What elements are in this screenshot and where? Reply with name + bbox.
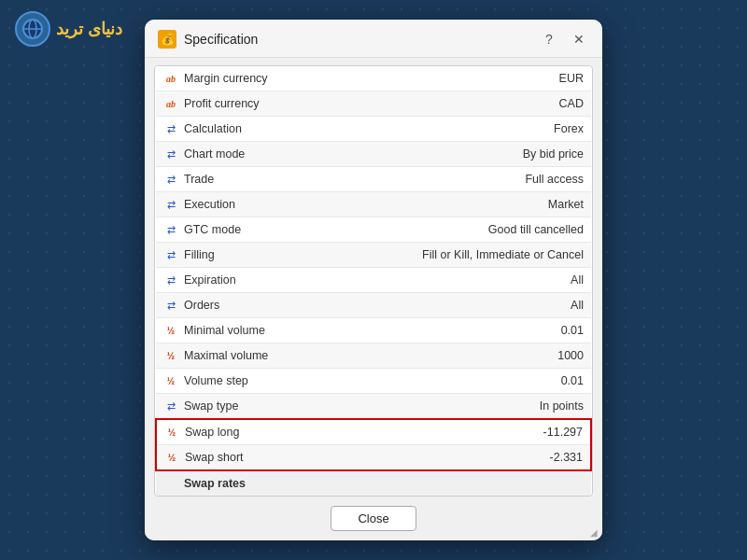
table-row: ⇄OrdersAll bbox=[156, 293, 591, 318]
logo-text: دنیای ترید bbox=[56, 19, 122, 39]
row-label-cell: ½Volume step bbox=[156, 369, 395, 394]
table-row: ½Volume step0.01 bbox=[156, 369, 591, 394]
row-value-cell: In points bbox=[395, 394, 591, 420]
row-label: Calculation bbox=[184, 122, 242, 135]
spec-table: abMargin currencyEURabProfit currencyCAD… bbox=[155, 66, 592, 496]
row-value-cell: -2.331 bbox=[395, 445, 591, 471]
ab-icon: ab bbox=[163, 71, 178, 86]
row-label-cell: ⇄Chart mode bbox=[156, 142, 395, 167]
half-icon: ½ bbox=[163, 323, 178, 338]
row-label-cell: ½Maximal volume bbox=[156, 343, 395, 369]
row-value-cell: 0.01 bbox=[395, 369, 591, 394]
half-icon: ½ bbox=[164, 450, 179, 465]
dialog-footer: Close bbox=[145, 497, 602, 540]
row-label: Swap short bbox=[185, 451, 244, 464]
table-row: ⇄Chart modeBy bid price bbox=[156, 142, 591, 167]
half-icon: ½ bbox=[163, 373, 178, 388]
swap-icon: ⇄ bbox=[163, 298, 178, 313]
row-label: Swap rates bbox=[184, 477, 246, 490]
row-value-cell: All bbox=[395, 293, 591, 318]
table-row: ⇄Swap typeIn points bbox=[156, 394, 591, 420]
row-label-cell: ⇄GTC mode bbox=[156, 217, 395, 243]
half-icon: ½ bbox=[163, 348, 178, 363]
table-row: abProfit currencyCAD bbox=[156, 91, 591, 117]
row-value-cell: -11.297 bbox=[395, 419, 591, 445]
row-label: Volume step bbox=[184, 374, 248, 387]
row-label: Chart mode bbox=[184, 147, 245, 161]
table-row: ⇄FillingFill or Kill, Immediate or Cance… bbox=[156, 243, 591, 268]
title-left: 💰 Specification bbox=[158, 30, 258, 49]
swap-icon: ⇄ bbox=[163, 172, 178, 187]
row-label-cell: ½Swap long bbox=[156, 419, 395, 445]
table-row: ⇄ExecutionMarket bbox=[156, 192, 591, 217]
logo: دنیای ترید bbox=[15, 11, 122, 47]
swap-icon: ⇄ bbox=[163, 222, 178, 237]
swap-icon: ⇄ bbox=[163, 247, 178, 262]
empty-icon bbox=[163, 476, 178, 491]
help-button[interactable]: ? bbox=[539, 29, 559, 49]
row-label: Swap long bbox=[185, 426, 239, 439]
dialog-icon: 💰 bbox=[158, 30, 176, 49]
resize-handle[interactable]: ◢ bbox=[590, 527, 598, 538]
row-label: Margin currency bbox=[184, 72, 268, 85]
row-label-cell: ⇄Execution bbox=[156, 192, 395, 217]
row-label-cell: ⇄Calculation bbox=[156, 117, 395, 142]
row-label: Trade bbox=[184, 173, 214, 186]
dialog-title: Specification bbox=[184, 32, 258, 47]
row-label: Profit currency bbox=[184, 97, 260, 110]
row-value-cell: CAD bbox=[395, 91, 591, 117]
specification-dialog: 💰 Specification ? ✕ abMargin currencyEUR… bbox=[145, 20, 602, 540]
row-label: Expiration bbox=[184, 273, 236, 287]
row-label: Orders bbox=[184, 299, 219, 312]
row-label-cell: abMargin currency bbox=[156, 66, 395, 91]
row-value-cell: Good till cancelled bbox=[395, 217, 591, 243]
row-label-cell: ½Swap short bbox=[156, 445, 395, 471]
row-label-cell: ⇄Orders bbox=[156, 293, 395, 318]
logo-icon bbox=[15, 11, 50, 47]
table-row: Swap rates bbox=[156, 470, 591, 496]
swap-icon: ⇄ bbox=[163, 399, 178, 413]
row-label: GTC mode bbox=[184, 223, 241, 236]
row-label-cell: ⇄Filling bbox=[156, 243, 395, 268]
title-actions: ? ✕ bbox=[539, 29, 589, 49]
row-value-cell: Market bbox=[395, 192, 591, 217]
close-title-button[interactable]: ✕ bbox=[569, 29, 589, 49]
row-value-cell: Forex bbox=[395, 117, 591, 142]
row-label-cell: ⇄Expiration bbox=[156, 268, 395, 293]
table-row: ⇄CalculationForex bbox=[156, 117, 591, 142]
row-label-cell: abProfit currency bbox=[156, 91, 395, 117]
row-label-cell: ½Minimal volume bbox=[156, 318, 395, 343]
row-value-cell: 0.01 bbox=[395, 318, 591, 343]
table-row: ½Maximal volume1000 bbox=[156, 343, 591, 369]
row-label: Maximal volume bbox=[184, 349, 268, 362]
dialog-title-bar: 💰 Specification ? ✕ bbox=[145, 20, 602, 58]
row-label: Execution bbox=[184, 198, 235, 211]
row-value-cell: All bbox=[395, 268, 591, 293]
row-value-cell: Fill or Kill, Immediate or Cancel bbox=[395, 243, 591, 268]
half-icon: ½ bbox=[164, 425, 179, 440]
swap-icon: ⇄ bbox=[163, 121, 178, 136]
swap-icon: ⇄ bbox=[163, 273, 178, 287]
table-row: ½Swap long-11.297 bbox=[156, 419, 591, 445]
row-label: Filling bbox=[184, 248, 215, 261]
swap-icon: ⇄ bbox=[163, 197, 178, 212]
table-row: ½Swap short-2.331 bbox=[156, 445, 591, 471]
row-value-cell: EUR bbox=[395, 66, 591, 91]
row-label: Minimal volume bbox=[184, 324, 265, 337]
row-value-cell: 1000 bbox=[395, 343, 591, 369]
table-row: abMargin currencyEUR bbox=[156, 66, 591, 91]
ab-icon: ab bbox=[163, 96, 178, 111]
table-row: ½Minimal volume0.01 bbox=[156, 318, 591, 343]
row-label-cell: ⇄Trade bbox=[156, 167, 395, 192]
row-value-cell bbox=[395, 470, 591, 496]
spec-table-container[interactable]: abMargin currencyEURabProfit currencyCAD… bbox=[154, 65, 593, 497]
table-row: ⇄ExpirationAll bbox=[156, 268, 591, 293]
row-value-cell: Full access bbox=[395, 167, 591, 192]
row-label-cell: Swap rates bbox=[156, 470, 395, 496]
close-button[interactable]: Close bbox=[331, 506, 416, 531]
row-label-cell: ⇄Swap type bbox=[156, 394, 395, 420]
swap-icon: ⇄ bbox=[163, 147, 178, 161]
table-row: ⇄TradeFull access bbox=[156, 167, 591, 192]
table-row: ⇄GTC modeGood till cancelled bbox=[156, 217, 591, 243]
row-value-cell: By bid price bbox=[395, 142, 591, 167]
